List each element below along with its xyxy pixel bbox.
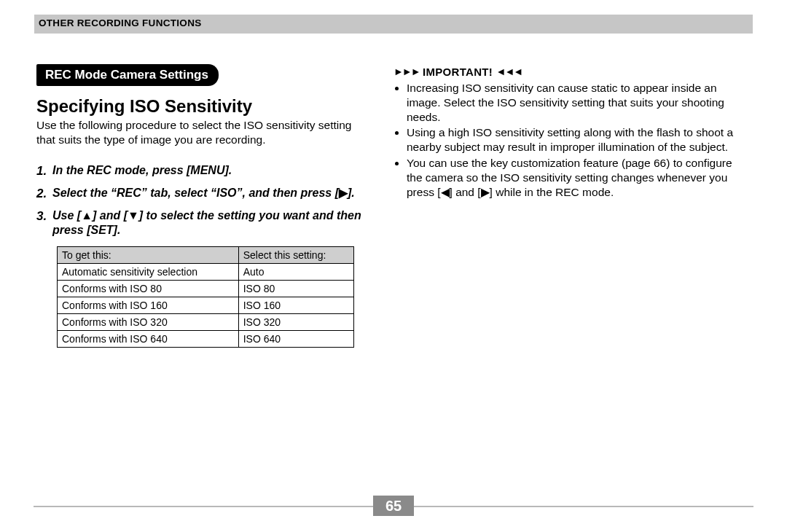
table-cell: Conforms with ISO 80 <box>58 281 239 297</box>
step-number: 3. <box>36 208 52 224</box>
left-column: REC Mode Camera Settings Specifying ISO … <box>36 64 373 348</box>
step-number: 1. <box>36 163 52 179</box>
table-cell: Conforms with ISO 640 <box>58 331 239 348</box>
important-heading: ►►► IMPORTANT! ◄◄◄ <box>394 66 751 78</box>
important-item: Increasing ISO sensitivity can cause sta… <box>407 81 751 124</box>
left-triangle-icon: ◀ <box>441 186 450 198</box>
procedure-steps: 1. In the REC mode, press [MENU]. 2. Sel… <box>36 163 373 238</box>
chapter-banner: OTHER RECORDING FUNCTIONS <box>34 15 753 34</box>
right-triangle-icon: ▶ <box>339 187 348 199</box>
columns: REC Mode Camera Settings Specifying ISO … <box>36 64 751 348</box>
step-text: Select the “REC” tab, select “ISO”, and … <box>52 186 373 200</box>
table-cell: ISO 320 <box>238 314 353 331</box>
page-number: 65 <box>373 496 414 516</box>
important-item-mid: ] and [ <box>450 186 481 198</box>
important-label: IMPORTANT! <box>423 66 493 78</box>
up-triangle-icon: ▲ <box>81 209 93 222</box>
important-item-post: ] while in the REC mode. <box>490 186 614 198</box>
table-cell: ISO 640 <box>238 331 353 348</box>
left-chevrons-icon: ◄◄◄ <box>496 66 522 77</box>
step-1: 1. In the REC mode, press [MENU]. <box>36 163 373 179</box>
table-cell: Conforms with ISO 320 <box>58 314 239 331</box>
table-cell: ISO 80 <box>238 281 353 297</box>
table-header-cell: Select this setting: <box>238 247 353 264</box>
iso-settings-table: To get this: Select this setting: Automa… <box>57 246 354 348</box>
table-row: Conforms with ISO 80 ISO 80 <box>58 281 354 297</box>
step-3: 3. Use [▲] and [▼] to select the setting… <box>36 208 373 238</box>
table-header-row: To get this: Select this setting: <box>58 247 354 264</box>
step-text-post: ]. <box>348 187 355 199</box>
important-list: Increasing ISO sensitivity can cause sta… <box>396 81 751 200</box>
table-cell: Automatic sensitivity selection <box>58 264 239 281</box>
table-header-cell: To get this: <box>58 247 239 264</box>
manual-page: OTHER RECORDING FUNCTIONS REC Mode Camer… <box>0 0 787 532</box>
step-text: Use [▲] and [▼] to select the setting yo… <box>52 208 373 238</box>
table-cell: Auto <box>238 264 353 281</box>
right-chevrons-icon: ►►► <box>394 66 420 77</box>
table-row: Conforms with ISO 160 ISO 160 <box>58 297 354 314</box>
section-pill: REC Mode Camera Settings <box>36 64 219 86</box>
step-number: 2. <box>36 186 52 201</box>
step-text-pre: Use [ <box>52 209 81 222</box>
down-triangle-icon: ▼ <box>128 209 139 222</box>
table-row: Automatic sensitivity selection Auto <box>58 264 354 281</box>
table-cell: Conforms with ISO 160 <box>58 297 239 314</box>
page-heading: Specifying ISO Sensitivity <box>36 96 373 117</box>
step-text-mid1: ] and [ <box>93 209 128 222</box>
step-text-pre: Select the “REC” tab, select “ISO”, and … <box>52 187 339 199</box>
step-text: In the REC mode, press [MENU]. <box>52 163 373 178</box>
important-item: You can use the key customization featur… <box>407 156 751 199</box>
intro-paragraph: Use the following procedure to select th… <box>36 118 373 147</box>
chapter-banner-label: OTHER RECORDING FUNCTIONS <box>39 17 202 28</box>
right-column: ►►► IMPORTANT! ◄◄◄ Increasing ISO sensit… <box>394 64 751 348</box>
table-cell: ISO 160 <box>238 297 353 314</box>
table-row: Conforms with ISO 640 ISO 640 <box>58 331 354 348</box>
important-item: Using a high ISO sensitivity setting alo… <box>407 125 751 154</box>
step-2: 2. Select the “REC” tab, select “ISO”, a… <box>36 186 373 201</box>
table-row: Conforms with ISO 320 ISO 320 <box>58 314 354 331</box>
right-triangle-icon: ▶ <box>481 186 490 198</box>
